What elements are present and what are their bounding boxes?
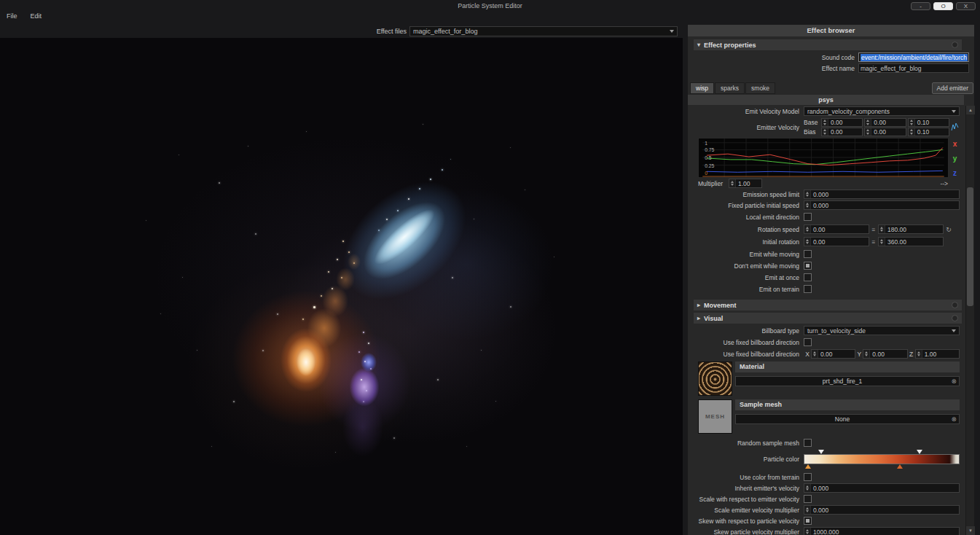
use-fixed-billboard-direction-checkbox[interactable] xyxy=(804,338,812,346)
spark-particle xyxy=(510,147,511,148)
material-field[interactable]: prt_shd_fire_1 ⊗ xyxy=(735,376,960,386)
scroll-up-icon[interactable]: ▲ xyxy=(966,106,975,114)
spinner-arrows-icon[interactable] xyxy=(865,128,871,136)
direction-z-stepper[interactable]: 1.00 xyxy=(915,349,960,359)
add-emitter-button[interactable]: Add emitter xyxy=(932,82,973,94)
spinner-arrows-icon[interactable] xyxy=(863,350,870,358)
curve-icon[interactable] xyxy=(949,118,960,136)
direction-y-stepper[interactable]: 0.00 xyxy=(863,349,907,359)
section-toggle-icon[interactable] xyxy=(952,302,958,308)
base-x-stepper[interactable]: 0.00 xyxy=(821,118,863,127)
rotate-icon[interactable]: ↻ xyxy=(944,226,954,233)
rotation-speed-min-stepper[interactable]: 0.00 xyxy=(804,224,869,234)
close-button[interactable]: X xyxy=(956,2,976,10)
bias-y-stepper[interactable]: 0.00 xyxy=(864,128,906,136)
tab-smoke[interactable]: smoke xyxy=(745,82,775,94)
effect-properties-header[interactable]: ▾ Effect properties xyxy=(694,39,962,50)
link-icon[interactable]: ≡ xyxy=(869,238,878,246)
axis-y-toggle[interactable]: y xyxy=(953,155,957,163)
initial-rotation-min-stepper[interactable]: 0.00 xyxy=(804,237,869,246)
maximize-button[interactable]: O xyxy=(933,2,953,10)
fixed-particle-initial-speed-stepper[interactable]: 0.000 xyxy=(804,200,960,210)
local-emit-direction-checkbox[interactable] xyxy=(804,213,812,221)
skew-with-respect-checkbox[interactable] xyxy=(804,517,812,525)
spinner-arrows-icon[interactable] xyxy=(804,201,811,209)
gradient-marker-bottom[interactable] xyxy=(897,464,903,469)
spinner-arrows-icon[interactable] xyxy=(822,128,828,136)
initial-rotation-max-stepper[interactable]: 360.00 xyxy=(878,237,944,246)
spinner-arrows-icon[interactable] xyxy=(812,350,818,358)
viewport-canvas[interactable] xyxy=(0,38,683,535)
spinner-arrows-icon[interactable] xyxy=(804,528,811,535)
base-y-stepper[interactable]: 0.00 xyxy=(864,118,906,127)
panel-scrollbar[interactable]: ▲ ▼ xyxy=(965,106,974,535)
velocity-graph[interactable]: 1 0.75 0.5 0.25 0 xyxy=(698,138,949,178)
scrollbar-thumb[interactable] xyxy=(967,187,973,306)
bias-x-stepper[interactable]: 0.00 xyxy=(821,128,863,136)
scale-velocity-multiplier-stepper[interactable]: 0.000 xyxy=(804,505,960,515)
gradient-marker-top[interactable] xyxy=(917,450,922,454)
curve-red xyxy=(707,148,943,165)
graph-tick: 0.75 xyxy=(705,147,714,152)
minimize-button[interactable]: - xyxy=(911,2,930,10)
spinner-arrows-icon[interactable] xyxy=(865,119,871,126)
spinner-arrows-icon[interactable] xyxy=(804,506,811,514)
x-axis-label: X xyxy=(804,351,811,358)
sample-mesh-field[interactable]: None ⊗ xyxy=(735,414,960,424)
tab-wisp[interactable]: wisp xyxy=(690,82,714,94)
inherit-emitters-velocity-stepper[interactable]: 0.000 xyxy=(804,483,960,493)
spinner-arrows-icon[interactable] xyxy=(879,238,885,246)
skew-velocity-multiplier-stepper[interactable]: 1000.000 xyxy=(804,527,960,535)
spinner-arrows-icon[interactable] xyxy=(879,225,885,233)
spinner-arrows-icon[interactable] xyxy=(729,179,736,187)
spinner-arrows-icon[interactable] xyxy=(909,119,915,126)
material-thumbnail[interactable] xyxy=(698,362,732,396)
gradient-marker-top[interactable] xyxy=(818,450,824,454)
emit-on-terrain-checkbox[interactable] xyxy=(804,285,812,293)
effect-files-select[interactable]: magic_effect_for_blog xyxy=(409,26,678,36)
spinner-arrows-icon[interactable] xyxy=(916,350,922,358)
gradient-bar[interactable] xyxy=(804,454,960,464)
menu-edit[interactable]: Edit xyxy=(24,12,49,21)
emit-velocity-model-select[interactable]: random_velocity_components xyxy=(804,106,960,116)
dont-emit-while-moving-checkbox[interactable] xyxy=(804,262,812,270)
emission-speed-limit-stepper[interactable]: 0.000 xyxy=(804,190,960,199)
clear-icon[interactable]: ⊗ xyxy=(949,378,959,385)
section-toggle-icon[interactable] xyxy=(952,315,958,321)
particle-color-gradient[interactable] xyxy=(804,450,960,469)
spinner-arrows-icon[interactable] xyxy=(804,225,811,233)
emit-at-once-checkbox[interactable] xyxy=(804,273,812,281)
multiplier-stepper[interactable]: 1.00 xyxy=(729,179,762,188)
chevron-down-icon xyxy=(670,30,674,33)
axis-x-toggle[interactable]: x xyxy=(953,141,957,148)
section-toggle-icon[interactable] xyxy=(952,42,958,48)
direction-x-stepper[interactable]: 0.00 xyxy=(811,349,855,359)
tab-sparks[interactable]: sparks xyxy=(715,82,745,94)
axis-z-toggle[interactable]: z xyxy=(953,170,957,177)
gradient-marker-bottom[interactable] xyxy=(805,464,811,469)
spinner-arrows-icon[interactable] xyxy=(804,238,811,246)
menu-file[interactable]: File xyxy=(0,12,24,21)
emit-while-moving-checkbox[interactable] xyxy=(804,250,812,258)
sample-mesh-thumbnail[interactable]: MESH xyxy=(698,399,732,434)
use-color-from-terrain-checkbox[interactable] xyxy=(804,473,812,481)
visual-section-header[interactable]: ▸ Visual xyxy=(694,313,962,324)
base-z-stepper[interactable]: 0.10 xyxy=(908,118,949,127)
spinner-arrows-icon[interactable] xyxy=(804,484,811,492)
clear-icon[interactable]: ⊗ xyxy=(949,415,959,423)
billboard-type-select[interactable]: turn_to_velocity_side xyxy=(804,326,960,335)
spinner-arrows-icon[interactable] xyxy=(822,119,828,126)
effect-files-label: Effect files xyxy=(306,28,407,35)
spinner-arrows-icon[interactable] xyxy=(804,190,811,198)
use-fixed-billboard-direction-label: Use fixed billboard direction xyxy=(688,339,804,346)
scale-with-respect-checkbox[interactable] xyxy=(804,495,812,503)
spinner-arrows-icon[interactable] xyxy=(909,128,915,136)
sound-code-input[interactable]: event:/mission/ambient/detail/fire/torch xyxy=(858,52,969,62)
effect-name-input[interactable]: magic_effect_for_blog xyxy=(858,63,969,73)
rotation-speed-max-stepper[interactable]: 180.00 xyxy=(878,224,944,234)
link-icon[interactable]: ≡ xyxy=(869,226,878,233)
random-sample-mesh-checkbox[interactable] xyxy=(804,439,812,447)
movement-section-header[interactable]: ▸ Movement xyxy=(694,300,962,311)
scroll-down-icon[interactable]: ▼ xyxy=(966,526,975,535)
bias-z-stepper[interactable]: 0.10 xyxy=(908,128,949,136)
